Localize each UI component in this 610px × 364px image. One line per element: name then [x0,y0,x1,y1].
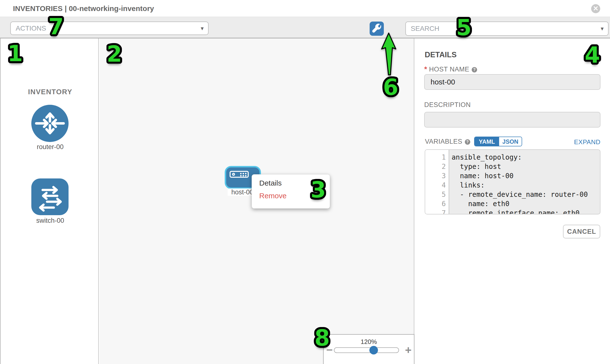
annotation-number-3: 3 [311,177,326,203]
zoom-level-value: 120% [324,338,414,346]
variables-label-row: VARIABLES? [425,138,470,145]
page-title: INVENTORIES | 00-networking-inventory [13,4,154,13]
menu-item-remove[interactable]: Remove [259,192,287,200]
annotation-number-6: 6 [383,74,399,100]
code-line: name: host-00 [452,171,514,181]
annotation-number-1: 1 [8,41,23,66]
zoom-in-button[interactable]: + [403,343,413,357]
code-line: type: host [452,162,501,171]
annotation-arrow-up [381,32,398,76]
actions-dropdown[interactable]: ACTIONS ▾ [10,22,208,35]
tab-json[interactable]: JSON [499,137,522,146]
server-led-dot [232,173,235,176]
hostname-input[interactable] [424,74,600,90]
annotation-number-4: 4 [585,42,600,68]
close-icon[interactable]: ✕ [591,4,600,13]
toolbar: ACTIONS ▾ SEARCH ▾ [0,17,610,39]
tab-yaml[interactable]: YAML [475,137,499,146]
zoom-slider-knob[interactable] [369,346,378,354]
code-line: ansible_topology: [452,153,522,162]
chevron-down-icon: ▾ [601,25,604,32]
description-input[interactable] [424,112,600,128]
palette-item-label: router-00 [1,143,100,151]
code-line: - remote_device_name: router-00 [452,190,588,199]
switch-icon [31,179,68,215]
annotation-number-7: 7 [49,14,64,39]
variables-format-toggle: YAML JSON [474,137,522,146]
line-number: 6 [425,199,446,208]
server-icon [230,171,249,178]
search-dropdown-placeholder: SEARCH [411,25,439,33]
line-number: 5 [425,190,446,199]
line-number: 7 [425,208,446,214]
chevron-down-icon: ▾ [201,25,204,32]
hostname-field-label-row: *HOST NAME? [424,65,477,73]
line-number: 3 [425,171,446,181]
hostname-label: HOST NAME [429,65,469,73]
variables-label: VARIABLES [425,138,462,145]
annotation-number-5: 5 [456,15,472,40]
line-number: 2 [425,162,446,171]
line-number: 4 [425,181,446,190]
palette-item-label: switch-00 [1,217,100,224]
zoom-control: 120% – + [323,334,415,364]
details-panel: DETAILS *HOST NAME? DESCRIPTION VARIABLE… [415,39,610,364]
inventory-sidebar: INVENTORY router-00 switch [0,39,99,364]
topology-canvas[interactable]: host-00 Details Remove 120% – + [100,39,415,364]
menu-item-details[interactable]: Details [259,179,282,187]
header-bar: INVENTORIES | 00-networking-inventory ✕ [0,0,610,17]
annotation-number-2: 2 [107,41,122,67]
expand-link[interactable]: EXPAND [552,138,600,146]
search-dropdown[interactable]: SEARCH ▾ [405,22,609,36]
annotation-number-8: 8 [314,325,330,351]
router-icon [31,105,68,142]
palette-item-router[interactable] [31,105,68,142]
palette-item-switch[interactable] [31,179,68,215]
cancel-button[interactable]: CANCEL [563,225,600,238]
code-line: name: eth0 [452,199,509,208]
variables-code-editor[interactable]: 1ansible_topology: 2 type: host 3 name: … [425,149,600,214]
line-number: 1 [425,153,446,162]
details-panel-title: DETAILS [425,51,456,59]
zoom-slider-track[interactable] [334,347,399,353]
required-asterisk: * [424,65,427,73]
help-icon[interactable]: ? [465,139,470,145]
actions-dropdown-placeholder: ACTIONS [16,25,46,32]
code-line: links: [452,181,485,190]
code-line: remote_interface_name: eth0 [452,208,580,214]
help-icon[interactable]: ? [472,67,477,72]
inventory-sidebar-title: INVENTORY [1,88,100,96]
description-label: DESCRIPTION [424,101,471,109]
